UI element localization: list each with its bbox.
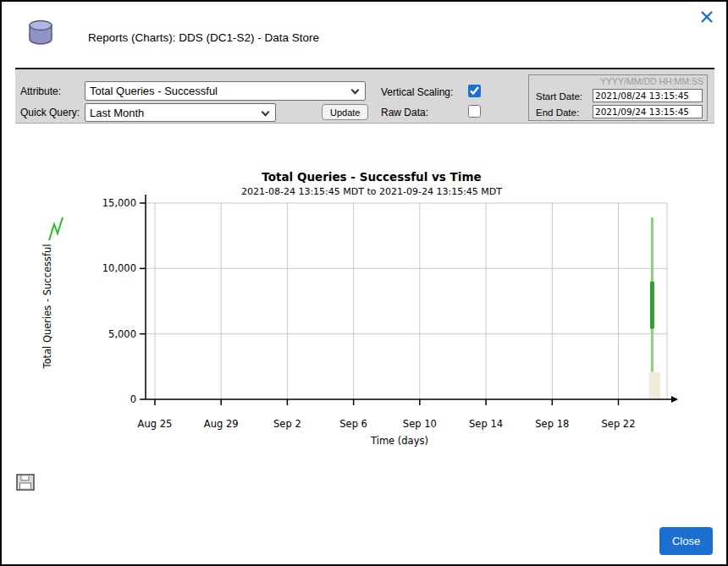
y-tick-label: 5,000 — [108, 328, 136, 340]
chart-title: Total Queries - Successful vs Time — [262, 170, 481, 184]
x-tick-label: Aug 29 — [204, 418, 239, 430]
quick-query-select-wrap: Last Month — [85, 103, 276, 122]
vertical-scaling-checkbox[interactable] — [468, 85, 481, 97]
raw-data-label: Raw Data: — [381, 107, 428, 118]
chart: Total Queries - Successful vs Time 2021-… — [2, 162, 728, 463]
quick-query-label: Quick Query: — [20, 107, 80, 118]
dialog-close-button[interactable] — [698, 8, 716, 27]
x-axis-arrow — [671, 396, 678, 403]
attribute-select-wrap: Total Queries - Successful — [85, 81, 366, 101]
save-chart-icon — [16, 481, 36, 494]
x-tick-label: Sep 10 — [403, 418, 437, 430]
chart-plot: 05,00010,00015,000Aug 25Aug 29Sep 2Sep 6… — [102, 195, 678, 430]
x-tick-label: Sep 22 — [602, 418, 636, 430]
data-store-icon — [24, 19, 58, 51]
y-tick-label: 0 — [130, 393, 136, 405]
recent-sample-band — [648, 372, 660, 399]
x-axis-label: Time (days) — [370, 435, 428, 447]
update-button[interactable]: Update — [322, 104, 368, 120]
date-range-box: YYYY/MM/DD HH:MM:SS Start Date: End Date… — [528, 74, 708, 121]
start-date-label: Start Date: — [536, 91, 582, 102]
y-tick-label: 15,000 — [102, 197, 136, 209]
close-button[interactable]: Close — [659, 527, 713, 555]
raw-data-checkbox[interactable] — [468, 105, 481, 118]
x-tick-label: Sep 14 — [469, 418, 503, 430]
reports-chart-dialog: Reports (Charts): DDS (DC1-S2) - Data St… — [0, 0, 728, 566]
end-date-input[interactable] — [593, 105, 703, 118]
date-format-hint: YYYY/MM/DD HH:MM:SS — [600, 76, 703, 86]
y-tick-label: 10,000 — [102, 262, 136, 274]
chart-subtitle: 2021-08-24 13:15:45 MDT to 2021-09-24 13… — [241, 186, 502, 197]
y-axis-label: Total Queries - Successful — [41, 244, 53, 369]
x-tick-label: Sep 18 — [535, 418, 569, 430]
attribute-select[interactable]: Total Queries - Successful — [85, 81, 366, 101]
quick-query-select[interactable]: Last Month — [85, 103, 276, 122]
x-tick-label: Sep 2 — [273, 418, 301, 430]
x-tick-label: Sep 6 — [339, 418, 367, 430]
close-icon — [699, 14, 714, 27]
controls-bar: Attribute: Total Queries - Successful Qu… — [15, 68, 714, 124]
vertical-scaling-label: Vertical Scaling: — [381, 86, 453, 98]
end-date-label: End Date: — [536, 107, 579, 118]
save-chart-button[interactable] — [15, 473, 37, 493]
x-tick-label: Aug 25 — [138, 418, 173, 430]
start-date-input[interactable] — [593, 89, 703, 102]
dialog-title: Reports (Charts): DDS (DC1-S2) - Data St… — [88, 31, 319, 44]
attribute-label: Attribute: — [20, 85, 61, 97]
series-legend-icon — [49, 217, 63, 240]
